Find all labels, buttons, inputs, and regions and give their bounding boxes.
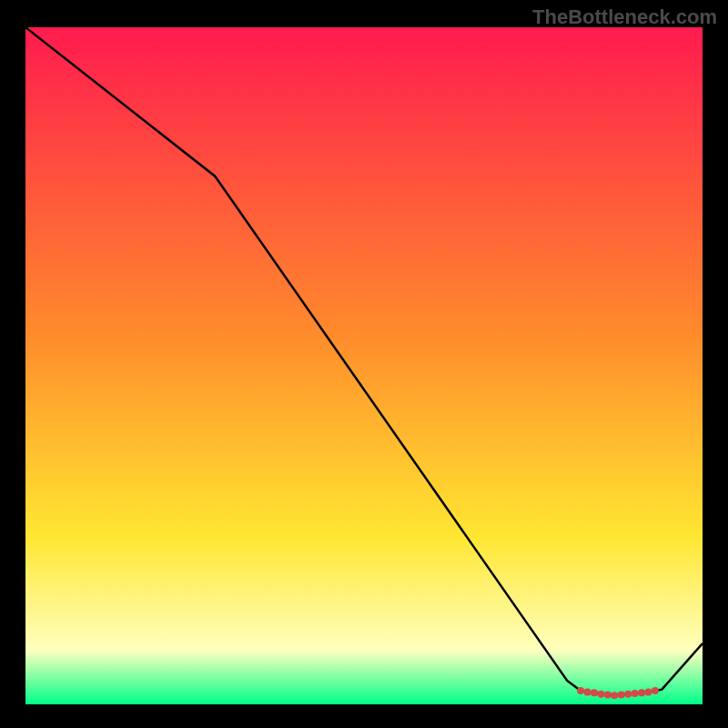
data-marker [597, 691, 604, 698]
data-marker [591, 689, 598, 696]
plot-area [25, 27, 703, 704]
gradient-background [25, 27, 703, 704]
chart-canvas: TheBottleneck.com [0, 0, 728, 728]
data-marker [604, 692, 612, 699]
data-marker [632, 690, 639, 697]
data-marker [577, 687, 584, 694]
data-marker [584, 689, 592, 696]
plot-svg [25, 27, 703, 704]
data-marker [644, 689, 652, 696]
data-marker [618, 692, 625, 699]
data-marker [611, 692, 618, 699]
attribution-text: TheBottleneck.com [532, 5, 717, 29]
data-marker [652, 687, 659, 694]
data-marker [624, 691, 632, 698]
data-marker [638, 689, 645, 696]
